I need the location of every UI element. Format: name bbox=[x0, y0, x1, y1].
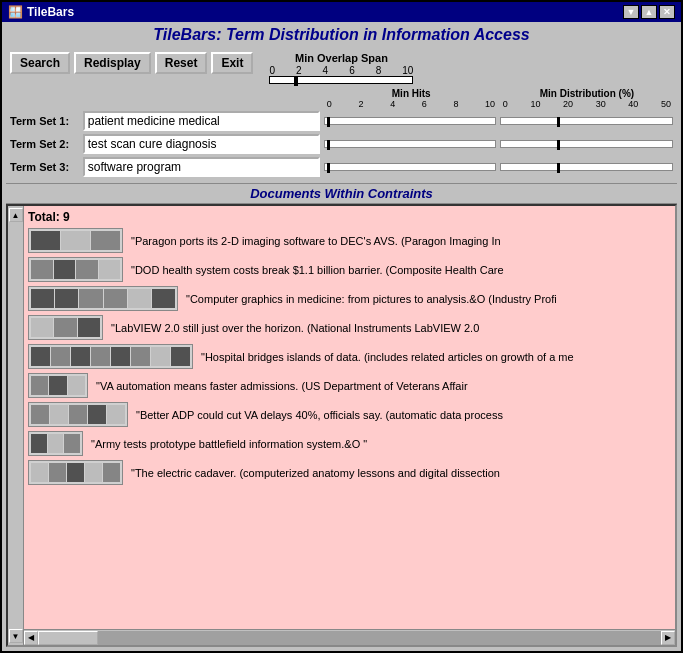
term-3-hits-track[interactable] bbox=[324, 163, 497, 171]
result-item-1: "Paragon ports its 2-D imaging software … bbox=[28, 228, 671, 253]
term-set-1-input[interactable] bbox=[83, 111, 320, 131]
result-text-2: "DOD health system costs break $1.1 bill… bbox=[131, 264, 504, 276]
results-content: Total: 9 "Paragon ports its 2-D imaging … bbox=[24, 206, 675, 629]
search-button[interactable]: Search bbox=[10, 52, 70, 74]
scroll-up-button[interactable]: ▲ bbox=[9, 208, 23, 222]
window-icon: 🪟 bbox=[8, 5, 23, 19]
app-title: TileBars: Term Distribution in Informati… bbox=[6, 26, 677, 44]
overlap-label: Min Overlap Span bbox=[295, 52, 388, 64]
window-title: TileBars bbox=[27, 5, 74, 19]
term-set-3-row: Term Set 3: bbox=[10, 157, 673, 177]
column-headers-row: Min Hits Min Distribution (%) bbox=[10, 88, 673, 99]
buttons-group: Search Redisplay Reset Exit bbox=[10, 52, 253, 74]
reset-button[interactable]: Reset bbox=[155, 52, 208, 74]
title-bar-controls: ▼ ▲ ✕ bbox=[623, 5, 675, 19]
result-text-9: "The electric cadaver. (computerized ana… bbox=[131, 467, 500, 479]
tilebar-2[interactable] bbox=[28, 257, 123, 282]
term-3-hits-marker bbox=[327, 163, 330, 173]
dist-scale-numbers: 0 10 20 30 40 50 bbox=[501, 99, 673, 109]
term-2-hits-marker bbox=[327, 140, 330, 150]
tilebar-9[interactable] bbox=[28, 460, 123, 485]
tilebar-6[interactable] bbox=[28, 373, 88, 398]
min-dist-header: Min Distribution (%) bbox=[501, 88, 673, 99]
term-3-dist-marker bbox=[557, 163, 560, 173]
scroll-left-button[interactable]: ◀ bbox=[24, 631, 38, 645]
hits-scale-numbers: 0 2 4 6 8 10 bbox=[325, 99, 497, 109]
scroll-right-button[interactable]: ▶ bbox=[661, 631, 675, 645]
result-text-8: "Army tests prototype battlefield inform… bbox=[91, 438, 367, 450]
term-set-1-row: Term Set 1: bbox=[10, 111, 673, 131]
term-1-dist-marker bbox=[557, 117, 560, 127]
scale-numbers-row: 0 2 4 6 8 10 0 10 20 30 40 50 bbox=[10, 99, 673, 109]
tilebar-8[interactable] bbox=[28, 431, 83, 456]
minimize-button[interactable]: ▼ bbox=[623, 5, 639, 19]
redisplay-button[interactable]: Redisplay bbox=[74, 52, 151, 74]
h-scroll-track[interactable] bbox=[38, 631, 661, 645]
result-item-8: "Army tests prototype battlefield inform… bbox=[28, 431, 671, 456]
main-window: 🪟 TileBars ▼ ▲ ✕ TileBars: Term Distribu… bbox=[0, 0, 683, 653]
result-text-4: "LabVIEW 2.0 still just over the horizon… bbox=[111, 322, 479, 334]
title-bar: 🪟 TileBars ▼ ▲ ✕ bbox=[2, 2, 681, 22]
bottom-scrollbar: ◀ ▶ bbox=[24, 629, 675, 645]
result-item-6: "VA automation means faster admissions. … bbox=[28, 373, 671, 398]
term-set-2-row: Term Set 2: bbox=[10, 134, 673, 154]
left-scrollbar: ▲ ▼ bbox=[8, 206, 24, 645]
term-3-dist-track[interactable] bbox=[500, 163, 673, 171]
overlap-span-area: Min Overlap Span 0 2 4 6 8 10 bbox=[269, 52, 413, 84]
result-item-4: "LabVIEW 2.0 still just over the horizon… bbox=[28, 315, 671, 340]
documents-section-header: Documents Within Contraints bbox=[6, 183, 677, 204]
term-1-dist-track[interactable] bbox=[500, 117, 673, 125]
result-item-9: "The electric cadaver. (computerized ana… bbox=[28, 460, 671, 485]
term-1-hits-track[interactable] bbox=[324, 117, 497, 125]
tilebar-1[interactable] bbox=[28, 228, 123, 253]
term-set-2-label: Term Set 2: bbox=[10, 138, 83, 150]
result-item-7: "Better ADP could cut VA delays 40%, off… bbox=[28, 402, 671, 427]
result-text-1: "Paragon ports its 2-D imaging software … bbox=[131, 235, 501, 247]
results-panel: ▲ ▼ Total: 9 "Paragon ports its 2-D imag… bbox=[6, 204, 677, 647]
results-inner: Total: 9 "Paragon ports its 2-D imaging … bbox=[24, 206, 675, 645]
maximize-button[interactable]: ▲ bbox=[641, 5, 657, 19]
term-2-dist-marker bbox=[557, 140, 560, 150]
term-1-hits-marker bbox=[327, 117, 330, 127]
term-2-hits-track[interactable] bbox=[324, 140, 497, 148]
tilebar-4[interactable] bbox=[28, 315, 103, 340]
term-set-2-input[interactable] bbox=[83, 134, 320, 154]
scroll-down-button[interactable]: ▼ bbox=[9, 629, 23, 643]
term-set-3-label: Term Set 3: bbox=[10, 161, 83, 173]
tilebar-7[interactable] bbox=[28, 402, 128, 427]
term-set-3-input[interactable] bbox=[83, 157, 320, 177]
result-item-2: "DOD health system costs break $1.1 bill… bbox=[28, 257, 671, 282]
overlap-scale-numbers: 0 2 4 6 8 10 bbox=[269, 65, 413, 76]
tilebar-3[interactable] bbox=[28, 286, 178, 311]
overlap-slider-track[interactable] bbox=[269, 76, 413, 84]
result-text-6: "VA automation means faster admissions. … bbox=[96, 380, 468, 392]
min-hits-header: Min Hits bbox=[325, 88, 497, 99]
result-item-3: "Computer graphics in medicine: from pic… bbox=[28, 286, 671, 311]
h-scroll-thumb[interactable] bbox=[38, 631, 98, 645]
total-count: Total: 9 bbox=[28, 210, 671, 224]
close-button[interactable]: ✕ bbox=[659, 5, 675, 19]
result-text-5: "Hospital bridges islands of data. (incl… bbox=[201, 351, 574, 363]
tilebar-5[interactable] bbox=[28, 344, 193, 369]
result-item-5: "Hospital bridges islands of data. (incl… bbox=[28, 344, 671, 369]
controls-wrapper: Search Redisplay Reset Exit Min Overlap … bbox=[6, 50, 677, 179]
term-2-dist-track[interactable] bbox=[500, 140, 673, 148]
exit-button[interactable]: Exit bbox=[211, 52, 253, 74]
main-content: TileBars: Term Distribution in Informati… bbox=[2, 22, 681, 651]
result-text-3: "Computer graphics in medicine: from pic… bbox=[186, 293, 557, 305]
result-text-7: "Better ADP could cut VA delays 40%, off… bbox=[136, 409, 503, 421]
title-bar-left: 🪟 TileBars bbox=[8, 5, 74, 19]
overlap-slider-thumb bbox=[294, 76, 298, 86]
term-set-1-label: Term Set 1: bbox=[10, 115, 83, 127]
